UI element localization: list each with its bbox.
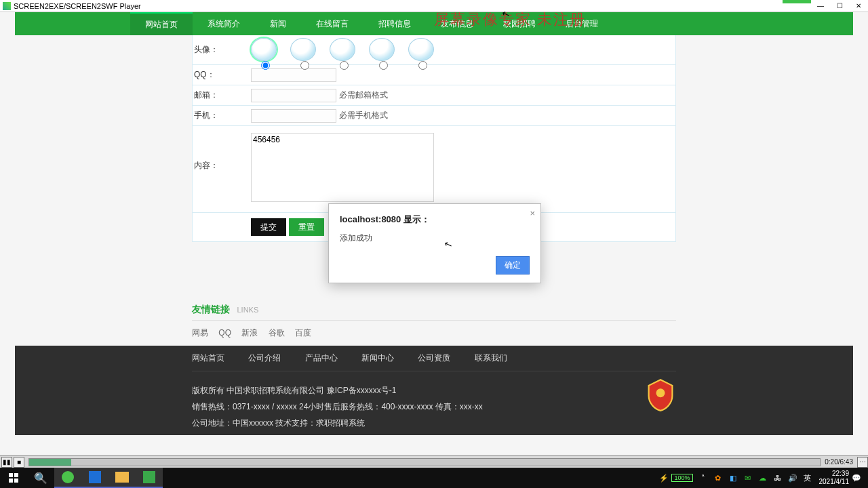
clock[interactable]: 22:39 2021/4/11 — [819, 470, 850, 486]
footer-nav-item[interactable]: 产品中心 — [305, 353, 338, 363]
close-button[interactable]: ✕ — [849, 1, 868, 12]
app-icon — [3, 2, 11, 10]
minimize-button[interactable]: — — [811, 1, 830, 12]
nav-admin[interactable]: 后台管理 — [551, 12, 613, 35]
avatar-option-5[interactable] — [408, 38, 434, 61]
address: 公司地址：中国xxxxxx 技术支持：求职招聘系统 — [192, 415, 676, 431]
copyright: 版权所有 中国求职招聘系统有限公司 豫ICP备xxxxxx号-1 — [192, 382, 676, 399]
hotline: 销售热线：0371-xxxx / xxxxx 24小时售后服务热线：400-xx… — [192, 399, 676, 415]
svg-rect-4 — [14, 479, 18, 483]
link-item[interactable]: QQ — [218, 328, 231, 338]
footer-nav: 网站首页 公司介绍 产品中心 新闻中心 公司资质 联系我们 — [192, 346, 676, 371]
row-content: 内容： 456456 — [193, 126, 675, 213]
seek-bar[interactable] — [28, 458, 821, 466]
battery-indicator[interactable]: 100% — [671, 474, 692, 482]
label-phone: 手机： — [193, 110, 251, 121]
options-button[interactable]: ⋯ — [857, 457, 868, 468]
js-alert-dialog: × localhost:8080 显示： 添加成功 确定 — [328, 203, 541, 283]
nav-jobs[interactable]: 招聘信息 — [363, 12, 426, 35]
nav-guestbook[interactable]: 在线留言 — [301, 12, 363, 35]
row-email: 邮箱： 必需邮箱格式 — [193, 85, 675, 106]
police-badge-icon — [645, 378, 676, 412]
task-app2[interactable] — [136, 468, 163, 488]
link-item[interactable]: 百度 — [295, 328, 311, 338]
system-tray: ⚡ 100% ˄ ✿ ◧ ✉ ☁ 🖧 🔊 英 22:39 2021/4/11 💬 — [656, 468, 868, 488]
label-email: 邮箱： — [193, 89, 251, 101]
link-item[interactable]: 网易 — [192, 328, 208, 338]
nav-publish[interactable]: 发布信息 — [426, 12, 488, 35]
reset-button[interactable]: 重置 — [289, 218, 324, 236]
alert-close-button[interactable]: × — [530, 208, 535, 218]
player-controls: ▮▮ ■ 0:20/6:43 ⋯ — [0, 455, 868, 468]
nav-campus[interactable]: 校园招聘 — [488, 12, 551, 35]
avatar-option-1[interactable] — [251, 38, 277, 61]
links-heading-en: LINKS — [237, 306, 258, 314]
input-email[interactable] — [251, 89, 336, 102]
task-app1[interactable] — [81, 468, 108, 488]
volume-icon[interactable]: 🔊 — [787, 472, 798, 483]
task-browser[interactable] — [54, 468, 81, 488]
taskbar: 🔍 ⚡ 100% ˄ ✿ ◧ ✉ ☁ 🖧 🔊 英 22:39 2021/4/11… — [0, 468, 868, 488]
avatar-option-3[interactable] — [330, 38, 355, 61]
task-explorer[interactable] — [108, 468, 136, 488]
time-display: 0:20/6:43 — [825, 458, 856, 466]
svg-rect-2 — [14, 473, 18, 477]
footer-nav-item[interactable]: 公司资质 — [418, 353, 450, 363]
avatar-option-4[interactable] — [369, 38, 395, 61]
label-qq: QQ： — [193, 69, 251, 81]
input-qq[interactable] — [251, 68, 336, 82]
footer-nav-item[interactable]: 新闻中心 — [361, 353, 394, 363]
tray-icon[interactable]: ◧ — [728, 472, 738, 483]
label-content: 内容： — [193, 130, 251, 171]
submit-button[interactable]: 提交 — [251, 218, 286, 236]
footer: 网站首页 公司介绍 产品中心 新闻中心 公司资质 联系我们 版权所有 中国求职招… — [15, 346, 853, 435]
nav-home[interactable]: 网站首页 — [130, 12, 193, 35]
link-item[interactable]: 新浪 — [241, 328, 258, 338]
svg-rect-1 — [9, 473, 13, 477]
label-avatar: 头像： — [193, 44, 251, 56]
friend-links: 友情链接 LINKS 网易 QQ 新浪 谷歌 百度 — [192, 303, 676, 346]
tray-icon[interactable]: ✿ — [713, 472, 724, 483]
search-button[interactable]: 🔍 — [27, 468, 54, 488]
charging-icon[interactable]: ⚡ — [658, 472, 669, 483]
main-nav: 网站首页 系统简介 新闻 在线留言 招聘信息 发布信息 校园招聘 后台管理 屏幕… — [15, 12, 853, 35]
window-title: SCREEN2EXE/SCREEN2SWF Player — [14, 2, 141, 10]
maximize-button[interactable]: ☐ — [830, 1, 849, 12]
hint-phone: 必需手机格式 — [339, 110, 388, 121]
footer-nav-item[interactable]: 网站首页 — [192, 353, 224, 363]
alert-ok-button[interactable]: 确定 — [496, 256, 530, 274]
nav-news[interactable]: 新闻 — [255, 12, 301, 35]
ime-indicator[interactable]: 英 — [802, 472, 813, 483]
row-avatar: 头像： — [193, 35, 675, 65]
alert-title: localhost:8080 显示： — [340, 214, 530, 226]
nav-about[interactable]: 系统简介 — [193, 12, 255, 35]
window-titlebar: SCREEN2EXE/SCREEN2SWF Player — ☐ ✕ — [0, 0, 868, 12]
avatar-option-2[interactable] — [290, 38, 316, 61]
notifications-icon[interactable]: 💬 — [851, 472, 862, 483]
network-icon[interactable]: 🖧 — [772, 472, 783, 483]
input-content[interactable]: 456456 — [251, 133, 434, 202]
svg-rect-3 — [9, 479, 13, 483]
tray-icon[interactable]: ☁ — [757, 472, 768, 483]
links-heading: 友情链接 — [192, 304, 230, 314]
footer-nav-item[interactable]: 公司介绍 — [248, 353, 281, 363]
pause-button[interactable]: ▮▮ — [1, 457, 12, 468]
decor-green — [783, 0, 811, 3]
hint-email: 必需邮箱格式 — [339, 89, 388, 101]
tray-icon[interactable]: ✉ — [743, 472, 753, 483]
chevron-up-icon[interactable]: ˄ — [698, 472, 709, 483]
input-phone[interactable] — [251, 109, 336, 123]
links-list: 网易 QQ 新浪 谷歌 百度 — [192, 321, 676, 346]
footer-nav-item[interactable]: 联系我们 — [475, 353, 507, 363]
alert-message: 添加成功 — [340, 232, 530, 244]
svg-point-0 — [656, 388, 665, 397]
row-phone: 手机： 必需手机格式 — [193, 106, 675, 126]
start-button[interactable] — [0, 468, 27, 488]
stop-button[interactable]: ■ — [14, 457, 24, 468]
link-item[interactable]: 谷歌 — [269, 328, 285, 338]
